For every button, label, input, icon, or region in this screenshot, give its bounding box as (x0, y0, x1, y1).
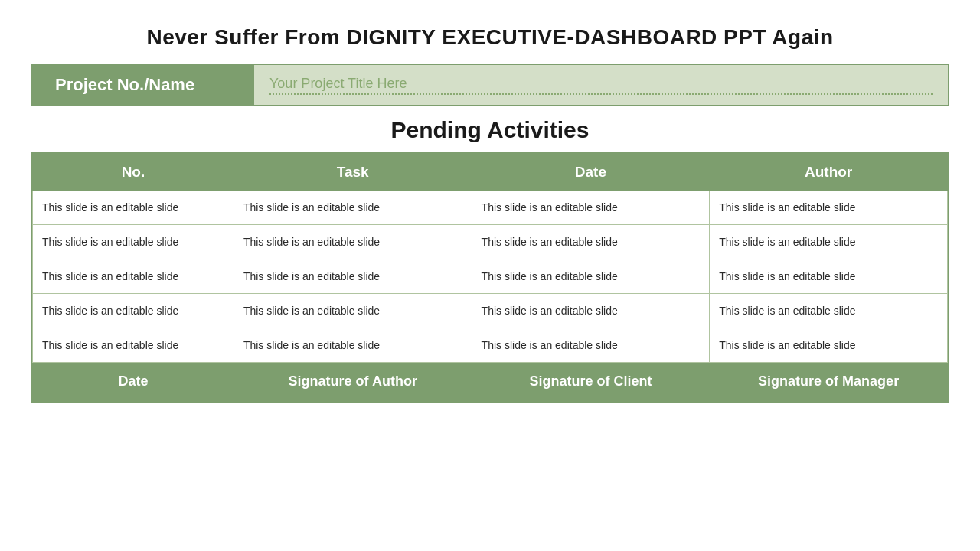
cell-r0-c2: This slide is an editable slide (472, 191, 710, 225)
cell-r3-c0: This slide is an editable slide (33, 294, 234, 328)
cell-r0-c1: This slide is an editable slide (234, 191, 472, 225)
main-title: Never Suffer From DIGNITY EXECUTIVE-DASH… (146, 25, 833, 50)
cell-r3-c3: This slide is an editable slide (710, 294, 948, 328)
table-row: This slide is an editable slideThis slid… (33, 259, 948, 294)
footer-date: Date (33, 363, 234, 401)
activities-table: No. Task Date Author This slide is an ed… (32, 154, 948, 401)
project-title-text: Your Project Title Here (270, 76, 933, 95)
table-footer-row: Date Signature of Author Signature of Cl… (33, 363, 948, 401)
project-bar: Project No./Name Your Project Title Here (31, 64, 949, 106)
cell-r4-c0: This slide is an editable slide (33, 328, 234, 363)
table-header-row: No. Task Date Author (33, 155, 948, 191)
col-header-date: Date (472, 155, 710, 191)
cell-r4-c1: This slide is an editable slide (234, 328, 472, 363)
footer-sig-manager: Signature of Manager (710, 363, 948, 401)
cell-r4-c2: This slide is an editable slide (472, 328, 710, 363)
cell-r2-c3: This slide is an editable slide (710, 259, 948, 294)
cell-r1-c2: This slide is an editable slide (472, 225, 710, 259)
cell-r1-c0: This slide is an editable slide (33, 225, 234, 259)
col-header-task: Task (234, 155, 472, 191)
cell-r3-c2: This slide is an editable slide (472, 294, 710, 328)
footer-sig-author: Signature of Author (234, 363, 472, 401)
table-row: This slide is an editable slideThis slid… (33, 328, 948, 363)
cell-r1-c1: This slide is an editable slide (234, 225, 472, 259)
activities-table-wrapper: No. Task Date Author This slide is an ed… (31, 152, 949, 403)
col-header-author: Author (710, 155, 948, 191)
cell-r2-c1: This slide is an editable slide (234, 259, 472, 294)
table-row: This slide is an editable slideThis slid… (33, 225, 948, 259)
cell-r3-c1: This slide is an editable slide (234, 294, 472, 328)
cell-r0-c3: This slide is an editable slide (710, 191, 948, 225)
table-row: This slide is an editable slideThis slid… (33, 191, 948, 225)
cell-r0-c0: This slide is an editable slide (33, 191, 234, 225)
section-title: Pending Activities (391, 117, 590, 143)
slide-container: Never Suffer From DIGNITY EXECUTIVE-DASH… (15, 11, 965, 540)
project-title-area[interactable]: Your Project Title Here (254, 65, 948, 105)
cell-r1-c3: This slide is an editable slide (710, 225, 948, 259)
cell-r4-c3: This slide is an editable slide (710, 328, 948, 363)
cell-r2-c0: This slide is an editable slide (33, 259, 234, 294)
project-label: Project No./Name (32, 67, 254, 103)
col-header-no: No. (33, 155, 234, 191)
table-row: This slide is an editable slideThis slid… (33, 294, 948, 328)
table-body: This slide is an editable slideThis slid… (33, 191, 948, 363)
footer-sig-client: Signature of Client (472, 363, 710, 401)
cell-r2-c2: This slide is an editable slide (472, 259, 710, 294)
